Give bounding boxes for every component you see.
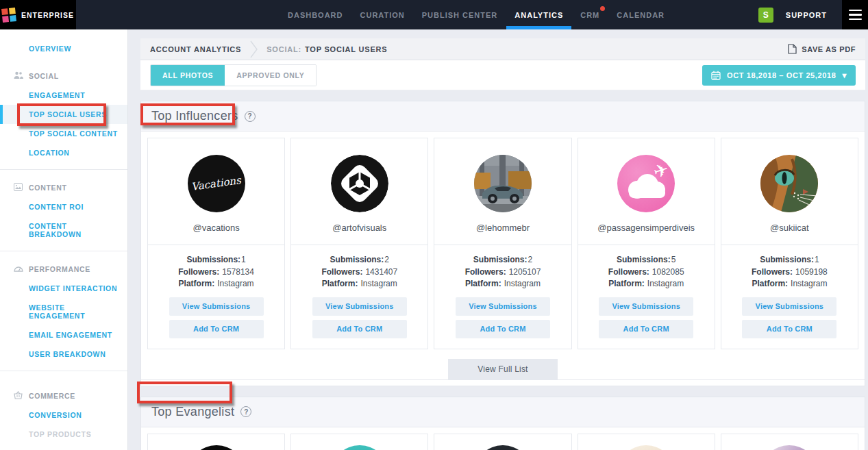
influencer-card: @sukiicat Submissions:1 Followers:105919… [721, 138, 858, 349]
stat-submissions: Submissions:1 [728, 254, 851, 266]
support-link[interactable]: SUPPORT [786, 11, 827, 19]
stat-platform: Platform:Instagram [155, 278, 277, 290]
stat-followers: Followers:1082085 [585, 266, 708, 279]
view-submissions-button[interactable]: View Submissions [312, 297, 407, 316]
evangelist-cards [141, 427, 865, 450]
influencer-cards: Vacations @vacations Submissions:1 Follo… [141, 132, 865, 349]
main-content: ACCOUNT ANALYTICS SOCIAL: TOP SOCIAL USE… [128, 29, 868, 450]
sidebar-item-content-breakdown[interactable]: CONTENT BREAKDOWN [0, 216, 127, 244]
brand-name: ENTERPRISE [21, 11, 74, 19]
add-to-crm-button[interactable]: Add To CRM [456, 320, 550, 338]
sidebar-item-overview[interactable]: OVERVIEW [0, 39, 127, 58]
sidebar-item-conversion[interactable]: CONVERSION [0, 405, 127, 425]
view-full-list-button[interactable]: View Full List [448, 359, 558, 380]
tab-all-photos[interactable]: ALL PHOTOS [151, 65, 225, 86]
avatar-logo-text: Vacations [190, 174, 242, 193]
add-to-crm-button[interactable]: Add To CRM [599, 320, 693, 338]
breadcrumb-section-prefix: SOCIAL: [266, 45, 301, 53]
stat-platform: Platform:Instagram [441, 278, 564, 290]
stat-platform: Platform:Instagram [298, 278, 421, 290]
nav-calendar[interactable]: CALENDAR [617, 0, 665, 29]
sidebar-item-top-social-content[interactable]: TOP SOCIAL CONTENT [0, 124, 127, 143]
add-to-crm-button[interactable]: Add To CRM [312, 320, 407, 338]
tab-approved-only[interactable]: APPROVED ONLY [225, 65, 316, 86]
nav-crm-label: CRM [580, 11, 599, 19]
sidebar-section-content: CONTENT [0, 178, 127, 197]
enterprise-logo-icon [1, 8, 16, 23]
avatar-artofvisuals [331, 155, 388, 212]
avatar-evangelist-5 [760, 445, 818, 450]
stat-followers: Followers:1059198 [728, 266, 851, 279]
sidebar-item-top-converting-content: TOP CONVERTING CONTENT [0, 444, 127, 450]
sidebar-item-website-engagement[interactable]: WEBSITE ENGAGEMENT [0, 298, 127, 325]
top-influencers-title: Top Influencers [151, 109, 238, 123]
breadcrumb-account-analytics[interactable]: ACCOUNT ANALYTICS [150, 45, 241, 53]
evangelist-card [147, 434, 285, 450]
view-submissions-button[interactable]: View Submissions [456, 297, 550, 316]
view-submissions-button[interactable]: View Submissions [742, 297, 836, 316]
avatar-lehommebr [474, 155, 532, 212]
sidebar-divider [0, 169, 127, 170]
gauge-icon [14, 264, 23, 273]
sidebar-item-top-social-users[interactable]: TOP SOCIAL USERS [0, 105, 127, 124]
nav-crm[interactable]: CRM [580, 0, 599, 29]
help-icon[interactable]: ? [240, 406, 251, 417]
nav-curation[interactable]: CURATION [360, 0, 405, 29]
sidebar-section-label: CONTENT [29, 184, 67, 192]
help-icon[interactable]: ? [245, 111, 256, 122]
top-influencers-header: Top Influencers ? [141, 101, 865, 132]
sidebar-item-widget-interaction[interactable]: WIDGET INTERACTION [0, 279, 127, 298]
top-influencers-panel: Top Influencers ? Vacations @vacations [140, 101, 865, 386]
sidebar-item-email-engagement[interactable]: EMAIL ENGAGEMENT [0, 325, 127, 345]
influencer-card: ✈ @passagensimperdiveis Submissions:5 Fo… [578, 138, 715, 349]
top-evangelist-panel: Top Evangelist ? [140, 397, 865, 450]
hamburger-menu-icon[interactable] [842, 0, 868, 29]
sidebar-divider [0, 371, 127, 371]
avatar-evangelist-3 [474, 445, 532, 450]
influencer-card: Vacations @vacations Submissions:1 Follo… [147, 138, 285, 349]
sidebar-item-user-breakdown[interactable]: USER BREAKDOWN [0, 345, 127, 364]
stat-submissions: Submissions:5 [585, 254, 708, 266]
nav-publish-center[interactable]: PUBLISH CENTER [422, 0, 498, 29]
username: @passagensimperdiveis [585, 223, 708, 233]
save-as-pdf-label: SAVE AS PDF [802, 45, 856, 53]
breadcrumb-current: TOP SOCIAL USERS [305, 45, 387, 53]
view-submissions-button[interactable]: View Submissions [599, 297, 693, 316]
add-to-crm-button[interactable]: Add To CRM [742, 320, 836, 338]
sidebar-item-engagement[interactable]: ENGAGEMENT [0, 86, 127, 105]
add-to-crm-button[interactable]: Add To CRM [169, 320, 264, 338]
nav-right-group: S SUPPORT [758, 0, 868, 29]
stat-submissions: Submissions:2 [441, 254, 564, 266]
chevron-down-icon: ▾ [842, 71, 847, 79]
crm-notification-dot [600, 6, 605, 11]
breadcrumb-chevron-icon [249, 40, 258, 58]
nav-dashboard[interactable]: DASHBOARD [288, 0, 343, 29]
user-avatar-badge[interactable]: S [758, 8, 773, 23]
influencer-card: @artofvisuals Submissions:2 Followers:14… [290, 138, 428, 349]
sidebar-section-commerce: COMMERCE [0, 386, 127, 405]
influencers-footer: View Full List [141, 359, 865, 380]
sidebar-item-top-products: TOP PRODUCTS [0, 425, 127, 444]
evangelist-card [434, 434, 571, 450]
image-file-icon [14, 183, 23, 191]
save-as-pdf-button[interactable]: SAVE AS PDF [788, 44, 856, 54]
stat-platform: Platform:Instagram [728, 278, 851, 290]
username: @sukiicat [728, 223, 851, 233]
date-range-picker[interactable]: OCT 18,2018 – OCT 25,2018 ▾ [702, 65, 856, 86]
stat-followers: Followers:1205107 [441, 266, 564, 279]
photo-filter-tabs: ALL PHOTOS APPROVED ONLY [150, 64, 317, 86]
sidebar-item-content-roi[interactable]: CONTENT ROI [0, 197, 127, 216]
evangelist-card [290, 434, 428, 450]
nav-analytics[interactable]: ANALYTICS [514, 0, 563, 29]
sidebar-section-label: SOCIAL [29, 72, 59, 80]
brand-logo-block[interactable]: ENTERPRISE [0, 0, 76, 29]
username: @lehommebr [441, 223, 564, 233]
breadcrumb: ACCOUNT ANALYTICS SOCIAL: TOP SOCIAL USE… [140, 38, 865, 60]
evangelist-card [721, 434, 858, 450]
top-evangelist-title: Top Evangelist [151, 405, 234, 419]
top-evangelist-header: Top Evangelist ? [141, 397, 865, 427]
avatar-sukiicat [760, 155, 818, 212]
people-icon [14, 71, 23, 79]
view-submissions-button[interactable]: View Submissions [169, 297, 264, 316]
sidebar-item-location[interactable]: LOCATION [0, 143, 127, 162]
